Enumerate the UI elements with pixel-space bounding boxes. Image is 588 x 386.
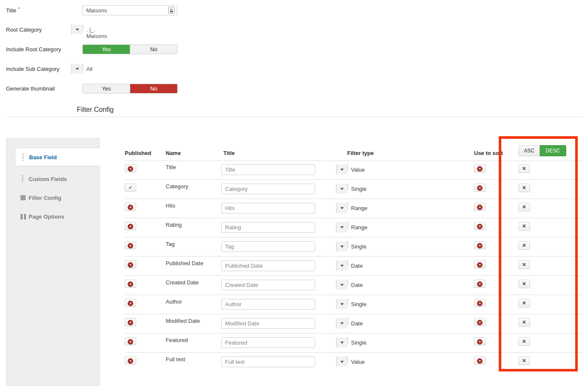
use-to-sort-button[interactable]: ✕ [474, 203, 486, 211]
row-title-input[interactable] [221, 164, 315, 175]
cross-circle-icon: ✕ [477, 301, 483, 306]
remove-field-button[interactable]: ✕ [518, 337, 530, 346]
row-name: Author [166, 298, 182, 305]
cross-circle-icon: ✕ [128, 339, 133, 345]
use-to-sort-button[interactable]: ✕ [474, 357, 486, 365]
remove-field-button[interactable]: ✕ [518, 241, 530, 250]
remove-field-button[interactable]: ✕ [518, 357, 530, 365]
table-row: ✕ Published Date Date ✕ ✕ [125, 257, 583, 276]
remove-field-button[interactable]: ✕ [518, 318, 530, 327]
filter-type-value: Single [351, 301, 366, 307]
filter-type-value: Range [351, 205, 367, 211]
filter-type-select[interactable]: Single [347, 298, 348, 306]
cross-circle-icon: ✕ [477, 358, 483, 364]
remove-field-button[interactable]: ✕ [518, 164, 530, 173]
chevron-down-icon [340, 246, 344, 248]
section-divider [6, 117, 583, 117]
sidebar-item-custom-fields[interactable]: Custom Fields [6, 170, 99, 188]
published-toggle-button[interactable]: ✕ [125, 280, 136, 288]
filter-type-select[interactable]: Date [347, 260, 348, 267]
row-title-input[interactable] [221, 260, 315, 271]
generate-thumbnail-yes-button[interactable]: Yes [83, 84, 130, 93]
cross-circle-icon: ✕ [128, 205, 133, 210]
row-title-input[interactable] [221, 337, 315, 348]
published-toggle-button[interactable]: ✕ [125, 357, 136, 365]
row-title-input[interactable] [221, 184, 315, 194]
check-icon: ✔ [129, 184, 132, 191]
remove-field-button[interactable]: ✕ [518, 203, 530, 211]
row-title-input[interactable] [221, 280, 315, 290]
filter-type-select[interactable]: Single [347, 241, 348, 248]
filter-type-select[interactable]: Date [347, 279, 348, 287]
published-toggle-button[interactable]: ✕ [125, 164, 136, 173]
include-root-no-button[interactable]: No [130, 45, 177, 54]
use-to-sort-button[interactable]: ✕ [474, 222, 486, 230]
filter-type-select[interactable]: Value [347, 164, 348, 171]
select-caret [71, 64, 83, 73]
grip-dots-icon [22, 175, 23, 182]
use-to-sort-button[interactable]: ✕ [474, 241, 486, 249]
cross-circle-icon: ✕ [128, 320, 133, 325]
chevron-down-icon [340, 322, 344, 325]
remove-field-button[interactable]: ✕ [518, 299, 530, 307]
published-toggle-button[interactable]: ✕ [125, 241, 136, 249]
row-title-input[interactable] [221, 222, 315, 233]
use-to-sort-button[interactable]: ✕ [474, 184, 486, 192]
autofill-icon[interactable] [168, 7, 175, 14]
row-title-input[interactable] [221, 299, 315, 310]
include-sub-select[interactable]: All [82, 64, 83, 71]
row-title-input[interactable] [221, 357, 315, 367]
use-to-sort-button[interactable]: ✕ [474, 299, 486, 307]
row-title-input[interactable] [221, 318, 315, 329]
cross-circle-icon: ✕ [128, 166, 133, 172]
remove-field-button[interactable]: ✕ [518, 260, 530, 269]
row-name: Rating [166, 222, 182, 228]
chevron-down-icon [340, 265, 344, 267]
filter-type-select[interactable]: Value [347, 356, 348, 363]
double-bars-icon [20, 214, 26, 219]
use-to-sort-button[interactable]: ✕ [474, 260, 486, 269]
generate-thumbnail-no-button[interactable]: No [130, 84, 177, 93]
sidebar-item-base-field[interactable]: Base Field [15, 148, 100, 166]
filter-type-select[interactable]: Range [347, 222, 348, 229]
root-category-select[interactable]: . |_. Maisons [82, 24, 83, 32]
required-asterisk: * [18, 7, 20, 12]
use-to-sort-button[interactable]: ✕ [474, 337, 486, 345]
table-row: ✕ Modified Date Date ✕ ✕ [125, 314, 583, 333]
desc-button[interactable]: DESC [540, 145, 566, 156]
use-to-sort-button[interactable]: ✕ [474, 280, 486, 288]
published-toggle-button[interactable]: ✕ [125, 337, 136, 345]
title-input[interactable] [82, 5, 177, 15]
row-name: Title [166, 164, 176, 170]
remove-field-button[interactable]: ✕ [518, 280, 530, 288]
root-category-label: Root Category [6, 26, 79, 33]
chevron-down-icon [340, 342, 344, 344]
filter-type-select[interactable]: Single [347, 183, 348, 190]
use-to-sort-button[interactable]: ✕ [474, 318, 486, 326]
published-toggle-button[interactable]: ✕ [125, 318, 136, 326]
use-to-sort-button[interactable]: ✕ [474, 164, 486, 173]
sidebar-item-page-options[interactable]: Page Options [6, 208, 99, 226]
row-title-input[interactable] [221, 203, 315, 213]
sidebar-item-label: Custom Fields [29, 176, 67, 182]
sidebar-item-filter-config[interactable]: Filter Config [6, 189, 99, 207]
include-root-yes-button[interactable]: Yes [83, 45, 130, 54]
filter-type-select[interactable]: Single [347, 337, 348, 344]
filter-type-select[interactable]: Range [347, 202, 348, 210]
published-toggle-button[interactable]: ✕ [125, 299, 136, 307]
published-toggle-button[interactable]: ✔ [125, 184, 136, 192]
published-toggle-button[interactable]: ✕ [125, 260, 136, 269]
generate-thumbnail-toggle: Yes No [82, 84, 178, 94]
select-caret [336, 184, 348, 194]
row-name: Full text [166, 356, 185, 363]
title-label: Title* [6, 7, 79, 14]
row-title-input[interactable] [221, 241, 315, 252]
remove-field-button[interactable]: ✕ [518, 222, 530, 231]
published-toggle-button[interactable]: ✕ [125, 222, 136, 230]
asc-button[interactable]: ASC [518, 145, 540, 156]
cross-circle-icon: ✕ [128, 281, 133, 287]
remove-field-button[interactable]: ✕ [518, 184, 530, 192]
filter-type-select[interactable]: Date [347, 318, 348, 325]
select-caret [336, 260, 348, 271]
published-toggle-button[interactable]: ✕ [125, 203, 136, 211]
